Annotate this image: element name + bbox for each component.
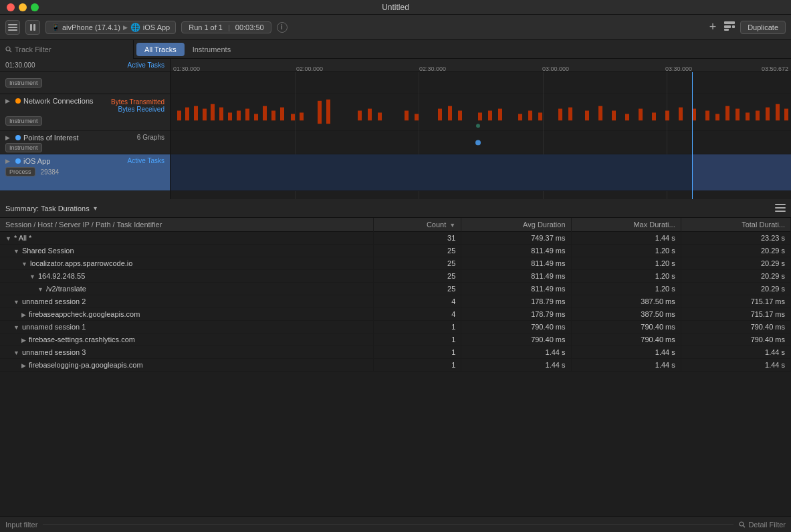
row-expand-arrow[interactable]: ▶ (21, 362, 26, 369)
svg-rect-44 (585, 111, 589, 121)
close-button[interactable] (7, 3, 15, 11)
track-active-tasks-ios[interactable]: Active Tasks (128, 157, 164, 164)
row-expand-arrow[interactable]: ▼ (13, 299, 19, 305)
cell-max: 790.40 ms (571, 321, 681, 334)
svg-point-9 (6, 47, 10, 51)
svg-rect-34 (448, 106, 452, 121)
label-bytes-transmitted: Bytes Transmitted (111, 98, 164, 106)
tab-section: All Tracks Instruments (134, 43, 241, 56)
track-expand-network[interactable]: ▶ (5, 98, 10, 104)
svg-rect-57 (746, 112, 750, 120)
cell-total: 20.29 s (681, 245, 790, 257)
track-expand-ios[interactable]: ▶ (5, 158, 10, 164)
svg-rect-61 (784, 109, 788, 121)
cell-total: 20.29 s (681, 257, 790, 270)
layout-icon (724, 21, 735, 31)
cell-count: 1 (373, 346, 461, 359)
minimize-button[interactable] (19, 3, 27, 11)
track-tag-poi: Instrument (5, 143, 42, 152)
row-expand-arrow[interactable]: ▼ (13, 324, 19, 331)
svg-rect-54 (715, 114, 719, 120)
cell-avg: 790.40 ms (461, 321, 571, 334)
active-tasks-label: Active Tasks (128, 61, 164, 69)
svg-rect-36 (478, 112, 482, 120)
cell-total: 715.17 ms (681, 295, 790, 308)
cell-avg: 790.40 ms (461, 334, 571, 346)
add-track-button[interactable]: + (707, 20, 719, 34)
cell-count: 25 (373, 270, 461, 283)
tab-all-tracks[interactable]: All Tracks (136, 43, 185, 56)
tab-instruments[interactable]: Instruments (185, 43, 239, 56)
device-name: aivPhone (17.4.1) (62, 23, 120, 31)
sidebar-toggle-button[interactable] (5, 20, 20, 35)
layout-button[interactable] (724, 21, 735, 33)
cell-count: 1 (373, 321, 461, 334)
row-expand-arrow[interactable]: ▼ (21, 261, 27, 267)
track-tag-network: Instrument (5, 116, 42, 126)
device-selector[interactable]: 📱 aivPhone (17.4.1) ▶ 🌐 iOS App (45, 21, 176, 34)
window-title: Untitled (382, 3, 409, 12)
cell-max: 387.50 ms (571, 308, 681, 321)
chart-rows (171, 72, 791, 199)
cell-count: 1 (373, 334, 461, 346)
svg-rect-12 (185, 108, 189, 121)
fullscreen-button[interactable] (31, 3, 39, 11)
cell-count: 31 (373, 232, 461, 245)
table-row: ▼/v2/translate25811.49 ms1.20 s20.29 s (0, 283, 791, 295)
cell-max: 1.44 s (571, 359, 681, 372)
arrow-icon: ▶ (123, 24, 128, 31)
cell-max: 1.20 s (571, 257, 681, 270)
poi-chart-row (171, 131, 791, 154)
svg-rect-58 (756, 111, 760, 121)
cell-count: 4 (373, 308, 461, 321)
summary-header: Summary: Task Durations ▾ (0, 199, 791, 218)
cell-total: 20.29 s (681, 270, 790, 283)
cell-max: 387.50 ms (571, 295, 681, 308)
svg-rect-25 (300, 112, 304, 120)
cell-avg: 811.49 ms (461, 257, 571, 270)
poi-chart-svg (171, 131, 791, 154)
data-table-container[interactable]: Session / Host / Server IP / Path / Task… (0, 218, 791, 516)
track-filter-input[interactable]: Track Filter (0, 40, 134, 59)
timeline-area: 01:30.000 02:00.000 02:30.000 03:00.000 … (171, 59, 791, 199)
svg-rect-13 (194, 106, 198, 121)
svg-rect-0 (8, 24, 17, 25)
svg-rect-66 (775, 211, 786, 212)
svg-point-62 (476, 124, 480, 128)
cell-avg: 749.37 ms (461, 232, 571, 245)
table-row: ▼unnamed session 24178.79 ms387.50 ms715… (0, 295, 791, 308)
input-filter-label[interactable]: Input filter (5, 521, 37, 529)
row-expand-arrow[interactable]: ▼ (5, 235, 11, 242)
row-expand-arrow[interactable]: ▶ (21, 337, 26, 344)
pause-button[interactable] (25, 20, 40, 35)
track-dot-network (15, 98, 21, 104)
table-row: ▼Shared Session25811.49 ms1.20 s20.29 s (0, 245, 791, 257)
row-expand-arrow[interactable]: ▼ (29, 273, 35, 280)
summary-panel: Summary: Task Durations ▾ Session / Host… (0, 199, 791, 516)
svg-rect-35 (458, 111, 462, 121)
row-expand-arrow[interactable]: ▶ (21, 311, 26, 318)
duplicate-button[interactable]: Duplicate (740, 21, 786, 34)
svg-rect-39 (518, 114, 522, 120)
detail-filter[interactable]: Detail Filter (739, 521, 786, 529)
summary-expand-button[interactable] (775, 203, 786, 214)
row-expand-arrow[interactable]: ▼ (13, 248, 19, 255)
cell-total: 1.44 s (681, 346, 790, 359)
track-6graphs: 6 Graphs (137, 134, 164, 141)
row-expand-arrow[interactable]: ▼ (37, 286, 43, 293)
track-expand-poi[interactable]: ▶ (5, 134, 10, 141)
svg-rect-38 (498, 109, 502, 121)
cell-count: 25 (373, 245, 461, 257)
table-header: Session / Host / Server IP / Path / Task… (0, 218, 791, 232)
cell-total: 790.40 ms (681, 334, 790, 346)
info-button[interactable]: i (277, 22, 288, 33)
row-expand-arrow[interactable]: ▼ (13, 350, 19, 356)
svg-rect-15 (211, 104, 215, 121)
cell-avg: 811.49 ms (461, 283, 571, 295)
app-icon: 🌐 (130, 23, 140, 32)
col-count[interactable]: Count ▼ (373, 218, 461, 232)
table-row: ▼164.92.248.5525811.49 ms1.20 s20.29 s (0, 270, 791, 283)
search-icon (5, 46, 12, 53)
summary-dropdown-icon[interactable]: ▾ (94, 205, 97, 212)
ios-chart-row (171, 154, 791, 191)
